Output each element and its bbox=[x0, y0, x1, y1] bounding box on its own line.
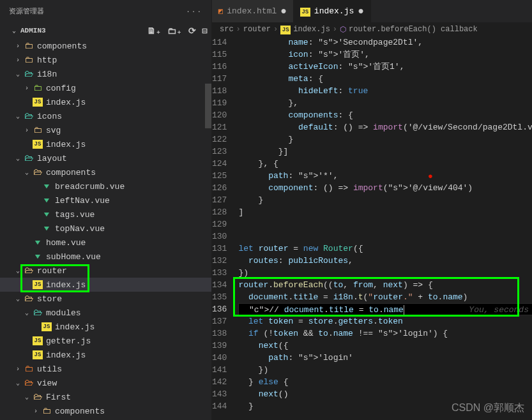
line-number[interactable]: 128 bbox=[212, 206, 227, 218]
tree-item[interactable]: JSgetter.js bbox=[0, 334, 211, 348]
line-number[interactable]: 122 bbox=[212, 133, 227, 146]
code-line[interactable]: }, bbox=[238, 97, 532, 109]
code-line[interactable]: let token = store.getters.token bbox=[238, 315, 532, 327]
breadcrumb-segment[interactable]: index.js bbox=[293, 25, 330, 34]
code-line[interactable]: }) bbox=[238, 364, 532, 376]
line-number[interactable]: 124 bbox=[212, 158, 227, 170]
line-number[interactable]: 115 bbox=[212, 49, 227, 61]
code-line[interactable]: let router = new Router({ bbox=[238, 243, 532, 255]
project-row[interactable]: ⌄ ADMIN3 🗎₊ 🗀₊ ⟳ ⊟ bbox=[0, 22, 211, 39]
tree-item[interactable]: JSindex.js bbox=[0, 320, 211, 334]
breadcrumb-segment[interactable]: router.beforeEach() callback bbox=[349, 25, 478, 34]
tree-item[interactable]: ▼subHome.vue bbox=[0, 250, 211, 264]
tree-item[interactable]: JSindex.js bbox=[0, 137, 211, 151]
line-number[interactable]: 121 bbox=[212, 121, 227, 133]
code-line[interactable]: next({ bbox=[238, 340, 532, 352]
code-line[interactable]: router.beforeEach((to, from, next) => { bbox=[238, 279, 532, 291]
line-number[interactable]: 133 bbox=[212, 267, 227, 279]
code-line[interactable]: path: "s">'login' bbox=[238, 352, 532, 364]
line-number[interactable]: 117 bbox=[212, 73, 227, 85]
line-number[interactable]: 139 bbox=[212, 340, 227, 352]
line-number[interactable]: 127 bbox=[212, 194, 227, 206]
line-number[interactable]: 130 bbox=[212, 230, 227, 243]
code-line[interactable]: component: () => import("s">'@/view/404'… bbox=[238, 182, 532, 194]
line-number[interactable]: 131 bbox=[212, 243, 227, 255]
code-line[interactable]: }, { bbox=[238, 158, 532, 170]
tree-item[interactable]: ⌄🗁modules bbox=[0, 306, 211, 320]
line-number[interactable]: 137 bbox=[212, 315, 227, 327]
code-line[interactable] bbox=[238, 230, 532, 243]
tree-item[interactable]: ⌄🗁view bbox=[0, 376, 211, 390]
line-number[interactable]: 132 bbox=[212, 255, 227, 267]
line-number[interactable]: 123 bbox=[212, 146, 227, 158]
line-number[interactable]: 144 bbox=[212, 400, 227, 412]
tree-item[interactable]: ▼breadcrumb.vue bbox=[0, 179, 211, 193]
scrollbar-thumb[interactable] bbox=[205, 84, 211, 128]
tree-item[interactable]: ›🗀components bbox=[0, 404, 211, 418]
new-folder-icon[interactable]: 🗀₊ bbox=[167, 26, 181, 36]
breadcrumb-segment[interactable]: router bbox=[243, 25, 271, 34]
tree-item[interactable]: ›🗀http bbox=[0, 53, 211, 67]
code-line[interactable]: routes: publicRoutes, bbox=[238, 255, 532, 267]
line-number[interactable]: 120 bbox=[212, 109, 227, 121]
line-number[interactable]: 135 bbox=[212, 291, 227, 303]
code-line[interactable]: hideLeft: true bbox=[238, 85, 532, 97]
refresh-icon[interactable]: ⟳ bbox=[188, 26, 196, 36]
code-line[interactable]: name: "s">'Secondpage2Dtl', bbox=[238, 36, 532, 49]
line-number[interactable]: 118 bbox=[212, 85, 227, 97]
code-line[interactable]: if (!token && to.name !== "s">'login') { bbox=[238, 327, 532, 340]
tree-item[interactable]: ⌄🗁i18n bbox=[0, 67, 211, 81]
code-line[interactable]: } else { bbox=[238, 376, 532, 388]
line-number[interactable]: 142 bbox=[212, 376, 227, 388]
tree-item[interactable]: JSindex.js bbox=[0, 278, 211, 292]
tree-item[interactable]: ›🗀svg bbox=[0, 123, 211, 137]
code-area[interactable]: 1141151161171181191201211221231241251261… bbox=[212, 36, 532, 420]
tree-item[interactable]: ›🗀utils bbox=[0, 362, 211, 376]
line-number[interactable]: 129 bbox=[212, 218, 227, 230]
code-line[interactable]: }) bbox=[238, 267, 532, 279]
breadcrumb-segment[interactable]: src bbox=[220, 25, 234, 34]
tree-item[interactable]: JSindex.js bbox=[0, 348, 211, 362]
tree-item[interactable]: ›🗀config bbox=[0, 81, 211, 95]
code-line[interactable]: } bbox=[238, 133, 532, 146]
line-number[interactable]: 134 bbox=[212, 279, 227, 291]
tree-item[interactable]: ▼home.vue bbox=[0, 236, 211, 250]
code-line[interactable]: "c">// document.title = to.name You, sec… bbox=[238, 303, 532, 315]
code-line[interactable]: ] bbox=[238, 206, 532, 218]
code-line[interactable]: } bbox=[238, 194, 532, 206]
code-line[interactable] bbox=[238, 218, 532, 230]
code-line[interactable]: path: "s">'*', bbox=[238, 170, 532, 182]
editor-tab[interactable]: ◩index.html● bbox=[212, 0, 294, 22]
tree-item[interactable]: JSindex.js bbox=[0, 95, 211, 109]
code-line[interactable]: }] bbox=[238, 146, 532, 158]
tree-item[interactable]: ›🗀components bbox=[0, 39, 211, 53]
tree-item[interactable]: ▼topNav.vue bbox=[0, 221, 211, 236]
line-number[interactable]: 136 bbox=[212, 303, 227, 315]
tree-item[interactable]: ▼tags.vue bbox=[0, 207, 211, 221]
line-number[interactable]: 126 bbox=[212, 182, 227, 194]
code-line[interactable]: components: { bbox=[238, 109, 532, 121]
code-line[interactable]: default: () => import('@/view/Second/pag… bbox=[238, 121, 532, 133]
tree-item[interactable]: ⌄🗁icons bbox=[0, 109, 211, 123]
tree-item[interactable]: ⌄🗁components bbox=[0, 165, 211, 179]
line-number[interactable]: 138 bbox=[212, 327, 227, 340]
code-lines[interactable]: name: "s">'Secondpage2Dtl', icon: "s">'首… bbox=[238, 36, 532, 420]
line-number[interactable]: 119 bbox=[212, 97, 227, 109]
line-number[interactable]: 125 bbox=[212, 170, 227, 182]
line-number[interactable]: 141 bbox=[212, 364, 227, 376]
new-file-icon[interactable]: 🗎₊ bbox=[147, 26, 161, 36]
code-line[interactable]: next() bbox=[238, 388, 532, 400]
line-number[interactable]: 143 bbox=[212, 388, 227, 400]
breadcrumb[interactable]: src › router ›JS index.js ›⬡ router.befo… bbox=[212, 22, 532, 36]
line-number[interactable]: 114 bbox=[212, 36, 227, 49]
code-line[interactable]: icon: "s">'首页', bbox=[238, 49, 532, 61]
tree-item[interactable]: ⌄🗁First bbox=[0, 390, 211, 404]
code-line[interactable]: meta: { bbox=[238, 73, 532, 85]
code-line[interactable]: document.title = i18n.t("router." + to.n… bbox=[238, 291, 532, 303]
tree-item[interactable]: ▼leftNav.vue bbox=[0, 193, 211, 207]
line-number[interactable]: 116 bbox=[212, 61, 227, 73]
collapse-icon[interactable]: ⊟ bbox=[202, 26, 208, 36]
line-number[interactable]: 140 bbox=[212, 352, 227, 364]
tree-item[interactable]: ⌄🗁router bbox=[0, 264, 211, 278]
more-icon[interactable]: ··· bbox=[186, 8, 202, 15]
